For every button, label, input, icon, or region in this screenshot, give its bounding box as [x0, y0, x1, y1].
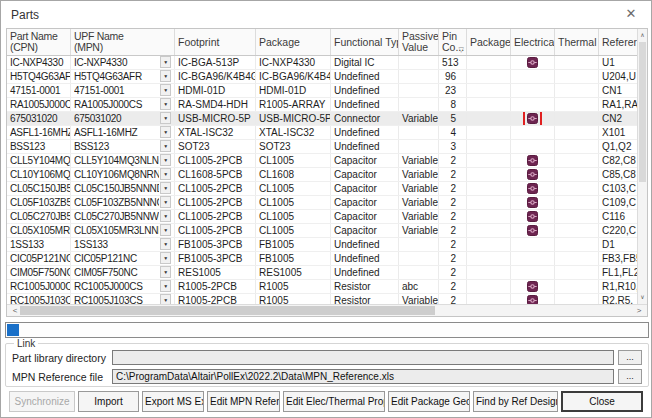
functional-type-cell: Undefined [331, 140, 399, 153]
electrical-prop-icon[interactable] [527, 183, 538, 194]
mpn-dropdown-icon[interactable]: ▼ [160, 196, 171, 208]
close-icon[interactable]: ✕ [623, 6, 639, 22]
passive-value-cell [399, 126, 439, 139]
mpn-dropdown-icon[interactable]: ▼ [160, 70, 171, 82]
mpn-dropdown-icon[interactable]: ▼ [160, 168, 171, 180]
column-header-reference[interactable]: Referer [599, 29, 637, 55]
electrical-prop-icon[interactable] [527, 281, 538, 292]
mpn-reference-file-label: MPN Reference file [12, 371, 112, 383]
mpn-reference-file-field[interactable] [112, 369, 614, 384]
column-header-pin-count[interactable]: PinCo...▽ [439, 29, 467, 55]
table-row[interactable]: CL05C150JB5NNNDCL05C150JB5NNND▼CL1005-2P… [7, 182, 637, 196]
edit-package-geom-button[interactable]: Edit Package Geom [388, 391, 470, 412]
find-by-ref-designator-button[interactable]: Find by Ref Designator [473, 391, 558, 412]
export-ms-excel-button[interactable]: Export MS Excel [142, 391, 204, 412]
electrical-prop-icon[interactable] [527, 211, 538, 222]
vertical-scrollbar-thumb[interactable] [639, 42, 646, 182]
electrical-prop-icon[interactable] [527, 57, 538, 68]
footprint-cell: USB-MICRO-5P [175, 112, 256, 125]
reference-cell: C85,C8 [599, 168, 637, 181]
column-header-package[interactable]: Package [256, 29, 331, 55]
mpn-dropdown-icon[interactable]: ▼ [160, 266, 171, 278]
horizontal-scrollbar[interactable]: < > [7, 304, 647, 316]
electrical-prop-icon[interactable] [527, 169, 538, 180]
mpn-dropdown-icon[interactable]: ▼ [160, 112, 171, 124]
table-row[interactable]: 675031020675031020▼USB-MICRO-5PUSB-MICRO… [7, 112, 637, 126]
horizontal-scrollbar-thumb[interactable] [20, 306, 435, 315]
electrical-prop-icon-flagged[interactable] [527, 113, 538, 124]
package-cell: CL1005 [256, 224, 331, 237]
mpn-dropdown-icon[interactable]: ▼ [160, 210, 171, 222]
electrical-prop-icon[interactable] [527, 197, 538, 208]
electrical-prop-icon[interactable] [527, 225, 538, 236]
mpn-dropdown-icon[interactable]: ▼ [160, 56, 171, 68]
mpn-dropdown-icon[interactable]: ▼ [160, 154, 171, 166]
table-row[interactable]: IC-NXP4330IC-NXP4330▼IC-BGA-513PIC-NXP43… [7, 56, 637, 70]
mpn-dropdown-icon[interactable]: ▼ [160, 84, 171, 96]
column-header-package-geom[interactable]: Package [467, 29, 511, 55]
electrical-prop-icon[interactable] [527, 155, 538, 166]
scroll-up-icon[interactable]: ∧ [638, 30, 647, 41]
mpn-dropdown-icon[interactable]: ▼ [160, 294, 171, 304]
part-library-directory-field[interactable] [112, 350, 614, 365]
part-name-cell: CL05C150JB5NNND [7, 182, 71, 195]
edit-mpn-reference-button[interactable]: Edit MPN Reference [207, 391, 280, 412]
table-row[interactable]: 47151-000147151-0001▼HDMI-01DHDMI-01DUnd… [7, 84, 637, 98]
mpn-reference-browse-button[interactable]: ... [618, 369, 642, 384]
mpn-dropdown-icon[interactable]: ▼ [160, 98, 171, 110]
mpn-dropdown-icon[interactable]: ▼ [160, 126, 171, 138]
passive-value-cell: Variable [399, 224, 439, 237]
table-row[interactable]: CL05C270JB5NNWCCL05C270JB5NNWC▼CL1005-2P… [7, 210, 637, 224]
vertical-scrollbar[interactable]: ∧ ∨ [637, 29, 647, 304]
mpn-dropdown-icon[interactable]: ▼ [160, 252, 171, 264]
passive-value-cell: Variable [399, 182, 439, 195]
table-row[interactable]: CLL5Y104MQ3NLNCCLL5Y104MQ3NLNC▼CL1005-2P… [7, 154, 637, 168]
table-row[interactable]: RC1005J000CSRC1005J000CS▼R1005-2PCBR1005… [7, 280, 637, 294]
mpn-dropdown-icon[interactable]: ▼ [160, 238, 171, 250]
edit-elec-thermal-prop-button[interactable]: Edit Elec/Thermal Prop [283, 391, 385, 412]
electrical-cell [511, 252, 555, 265]
table-row[interactable]: CIC05P121NCCIC05P121NC▼FB1005-3PCBFB1005… [7, 252, 637, 266]
table-row[interactable]: RA1005J000CSRA1005J000CS▼RA-SMD4-HDHR100… [7, 98, 637, 112]
mpn-cell: CL05F103ZB5NNNC▼ [71, 196, 175, 209]
table-row[interactable]: ASFL1-16MHZASFL1-16MHZ▼XTAL-ISC32XTAL-IS… [7, 126, 637, 140]
pin-count-cell: 8 [439, 98, 467, 111]
thermal-cell [555, 196, 599, 209]
mpn-dropdown-icon[interactable]: ▼ [160, 140, 171, 152]
table-row[interactable]: H5TQ4G63AFRH5TQ4G63AFR▼IC-BGA96/K4B4G16I… [7, 70, 637, 84]
part-library-browse-button[interactable]: ... [618, 350, 642, 365]
column-header-footprint[interactable]: Footprint [175, 29, 256, 55]
thermal-cell [555, 84, 599, 97]
functional-type-cell: Resistor [331, 280, 399, 293]
column-header-passive-value[interactable]: PassiveValue [399, 29, 439, 55]
pin-count-filter-icon[interactable]: ▽ [459, 46, 464, 53]
synchronize-button[interactable]: Synchronize [9, 391, 75, 412]
table-row[interactable]: CL05F103ZB5NNNCCL05F103ZB5NNNC▼CL1005-2P… [7, 196, 637, 210]
import-button[interactable]: Import [78, 391, 139, 412]
table-row[interactable]: BSS123BSS123▼SOT23SOT23Undefined3Q1,Q2 [7, 140, 637, 154]
mpn-dropdown-icon[interactable]: ▼ [160, 182, 171, 194]
electrical-prop-icon[interactable] [527, 295, 538, 304]
electrical-cell [511, 210, 555, 223]
column-header-electrical[interactable]: Electrical [511, 29, 555, 55]
scroll-down-icon[interactable]: ∨ [638, 292, 647, 303]
mpn-dropdown-icon[interactable]: ▼ [160, 224, 171, 236]
close-button[interactable]: Close [561, 391, 643, 412]
part-name-cell: 47151-0001 [7, 84, 71, 97]
column-header-upf-name[interactable]: UPF Name(MPN) [71, 29, 175, 55]
table-row[interactable]: RC1005J103CSRC1005J103CS▼R1005-2PCBR1005… [7, 294, 637, 304]
table-row[interactable]: CIM05F750NCCIM05F750NC▼RES1005RES1005Und… [7, 266, 637, 280]
functional-type-cell: Capacitor [331, 168, 399, 181]
column-header-functional-type[interactable]: Functional Type [331, 29, 399, 55]
mpn-dropdown-icon[interactable]: ▼ [160, 280, 171, 292]
table-row[interactable]: CL10Y106MQ8NRNCCL10Y106MQ8NRNC▼CL1608-5P… [7, 168, 637, 182]
scroll-right-icon[interactable]: > [633, 305, 645, 316]
column-header-thermal[interactable]: Thermal [555, 29, 599, 55]
electrical-cell [511, 126, 555, 139]
parts-table: Part Name(CPN)UPF Name(MPN)FootprintPack… [6, 28, 648, 317]
table-row[interactable]: CL05X105MR3LNNHCL05X105MR3LNNH▼CL1005-2P… [7, 224, 637, 238]
column-header-part-name[interactable]: Part Name(CPN) [7, 29, 71, 55]
parts-dialog: Parts ✕ Part Name(CPN)UPF Name(MPN)Footp… [0, 0, 652, 418]
table-row[interactable]: 1SS1331SS133▼FB1005-3PCBFB1005Undefined2… [7, 238, 637, 252]
pin-count-cell: 23 [439, 84, 467, 97]
